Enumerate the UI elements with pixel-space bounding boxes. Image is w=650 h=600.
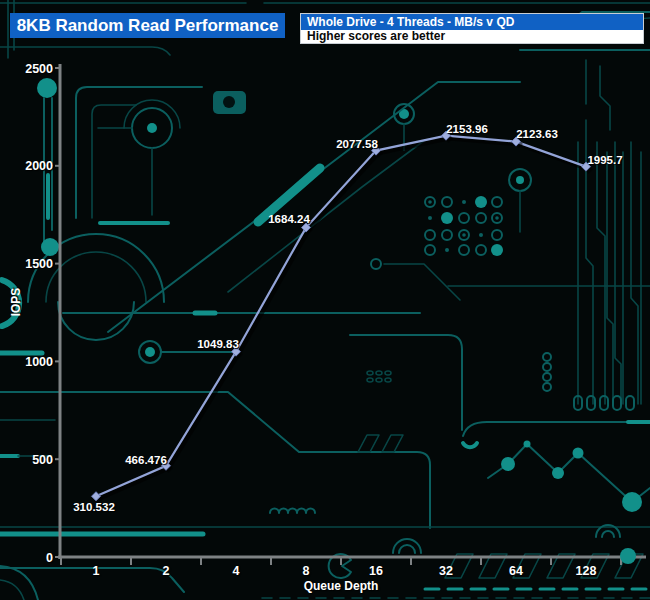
chart-page: 050010001500200025001248163264128Queue D… (0, 0, 650, 600)
x-axis-title: Queue Depth (304, 579, 379, 593)
x-tick-label: 4 (233, 564, 240, 578)
chart-layer: 050010001500200025001248163264128Queue D… (9, 62, 646, 594)
x-tick-label: 32 (439, 564, 453, 578)
x-tick-label: 16 (369, 564, 383, 578)
y-tick-label: 2000 (25, 159, 53, 173)
y-tick-label: 2500 (25, 62, 53, 76)
x-tick-label: 8 (303, 564, 310, 578)
x-tick-label: 2 (163, 564, 170, 578)
legend-series-label: Whole Drive - 4 Threads - MB/s v QD (301, 14, 643, 30)
x-tick-label: 128 (576, 564, 597, 578)
legend-note: Higher scores are better (301, 30, 643, 43)
legend-box: Whole Drive - 4 Threads - MB/s v QD High… (300, 13, 644, 44)
performance-line-chart: 050010001500200025001248163264128Queue D… (0, 0, 650, 600)
series-line (96, 136, 586, 497)
data-point-label: 1995.7 (587, 154, 622, 166)
axis-end-pad-decoration (620, 548, 636, 564)
data-point-label: 2077.58 (336, 138, 378, 150)
chart-title-bar: 8KB Random Read Performance (10, 13, 285, 38)
data-point-label: 310.532 (73, 501, 115, 513)
data-point-label: 2153.96 (446, 123, 488, 135)
x-tick-label: 64 (509, 564, 523, 578)
data-point-label: 1684.24 (268, 213, 310, 225)
chart-title: 8KB Random Read Performance (17, 16, 279, 35)
y-tick-label: 500 (32, 453, 53, 467)
y-axis-title: IOPS (9, 288, 23, 317)
series-line-shadow (99, 138, 589, 499)
y-tick-label: 1000 (25, 355, 53, 369)
data-point-label: 2123.63 (516, 128, 558, 140)
y-tick-label: 1500 (25, 257, 53, 271)
x-tick-label: 1 (93, 564, 100, 578)
y-tick-label: 0 (46, 551, 53, 565)
data-point-label: 466.476 (125, 454, 167, 466)
data-point-label: 1049.83 (197, 338, 239, 350)
